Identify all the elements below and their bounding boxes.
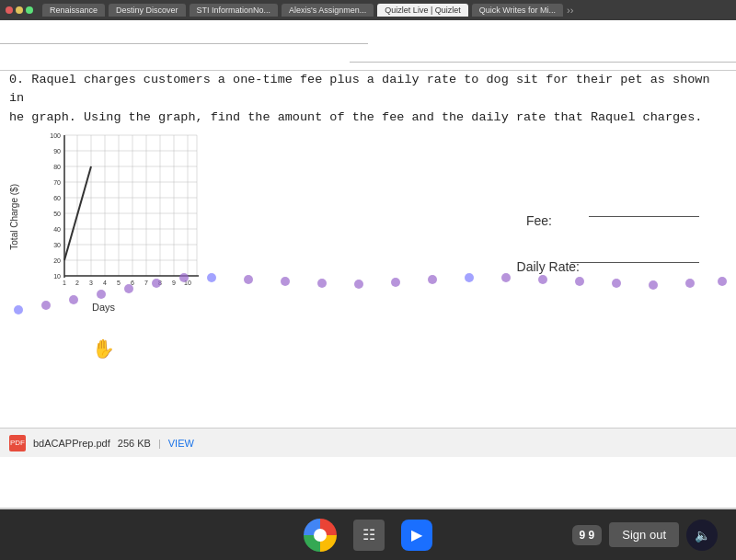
svg-text:1: 1 — [63, 280, 66, 285]
tabs-overflow-icon[interactable]: ›› — [567, 5, 573, 16]
cursor-icon: ✋ — [92, 337, 115, 360]
window-minimize-dot[interactable] — [16, 6, 23, 14]
svg-text:50: 50 — [53, 211, 61, 217]
svg-point-51 — [244, 275, 253, 284]
svg-text:4: 4 — [103, 280, 107, 285]
svg-text:90: 90 — [53, 148, 61, 154]
problem-line1: Raquel charges customers a one-time fee … — [9, 73, 710, 105]
tab-renaissance[interactable]: Renaissance — [42, 4, 105, 17]
svg-point-62 — [649, 280, 658, 290]
svg-point-59 — [538, 275, 547, 284]
fee-label: Fee: — [526, 213, 552, 228]
tab-destiny[interactable]: Destiny Discover — [109, 4, 186, 17]
top-decoration — [0, 20, 736, 71]
window-close-dot[interactable] — [6, 6, 13, 14]
problem-line2: he graph. Using the graph, find the amou… — [9, 110, 702, 124]
svg-point-50 — [207, 273, 216, 282]
svg-text:3: 3 — [89, 280, 93, 285]
graph-svg: 100 90 80 70 60 50 40 30 20 10 1 2 3 4 5… — [48, 129, 202, 285]
pdf-icon: PDF — [9, 435, 26, 451]
svg-point-60 — [575, 277, 584, 286]
main-content: 0. Raquel charges customers a one-time f… — [0, 20, 736, 508]
svg-point-55 — [391, 278, 400, 287]
svg-point-63 — [685, 279, 695, 288]
svg-point-58 — [501, 273, 511, 282]
svg-text:9: 9 — [172, 280, 176, 285]
tab-alexis[interactable]: Alexis's Assignmen... — [282, 4, 374, 17]
svg-text:10: 10 — [184, 280, 191, 285]
svg-text:2: 2 — [75, 280, 79, 285]
counter-badge: 9 9 — [572, 525, 603, 545]
svg-text:100: 100 — [50, 132, 61, 139]
window-maximize-dot[interactable] — [26, 6, 33, 14]
svg-text:20: 20 — [53, 257, 61, 264]
svg-text:80: 80 — [53, 164, 61, 170]
svg-text:5: 5 — [117, 280, 121, 285]
problem-number: 0. — [9, 73, 24, 86]
volume-icon[interactable]: 🔈 — [686, 520, 718, 551]
x-axis-label: Days — [92, 302, 115, 313]
svg-point-52 — [281, 277, 290, 286]
zoom-icon[interactable]: ▶ — [401, 520, 432, 551]
svg-text:8: 8 — [158, 280, 162, 285]
view-link[interactable]: VIEW — [168, 438, 194, 449]
rate-answer-line — [570, 262, 699, 263]
taskbar: ☷ ▶ 9 9 Sign out 🔈 — [0, 509, 736, 560]
svg-point-57 — [465, 273, 474, 282]
svg-point-61 — [612, 279, 621, 288]
files-icon[interactable]: ☷ — [353, 520, 385, 551]
svg-text:10: 10 — [53, 273, 61, 280]
svg-text:7: 7 — [144, 280, 148, 285]
svg-point-54 — [354, 280, 363, 289]
svg-point-64 — [718, 277, 727, 286]
svg-point-53 — [317, 279, 327, 288]
tab-quickwrites[interactable]: Quick Writes for Mi... — [472, 4, 563, 17]
browser-bar: Renaissance Destiny Discover STI Informa… — [0, 0, 736, 20]
download-bar: PDF bdACAPPrep.pdf 256 KB | VIEW — [0, 428, 736, 457]
download-filename: bdACAPPrep.pdf — [33, 438, 110, 449]
fee-answer-line — [589, 216, 699, 217]
svg-text:60: 60 — [53, 195, 61, 201]
problem-text: 0. Raquel charges customers a one-time f… — [9, 71, 727, 127]
download-size: 256 KB — [118, 438, 151, 449]
chrome-icon[interactable] — [304, 519, 337, 552]
graph-container: Total Charge ($) — [9, 129, 207, 313]
svg-text:40: 40 — [53, 226, 61, 233]
separator: | — [158, 438, 161, 449]
tab-sti[interactable]: STI InformationNo... — [190, 4, 279, 17]
y-axis-label: Total Charge ($) — [9, 184, 19, 250]
svg-text:70: 70 — [53, 179, 61, 186]
svg-text:6: 6 — [131, 280, 134, 285]
svg-point-56 — [428, 275, 437, 284]
svg-text:30: 30 — [53, 242, 61, 248]
taskbar-right: 9 9 Sign out 🔈 — [572, 520, 718, 551]
signout-button[interactable]: Sign out — [609, 522, 679, 547]
tab-quizlet[interactable]: Quizlet Live | Quizlet — [377, 4, 467, 17]
